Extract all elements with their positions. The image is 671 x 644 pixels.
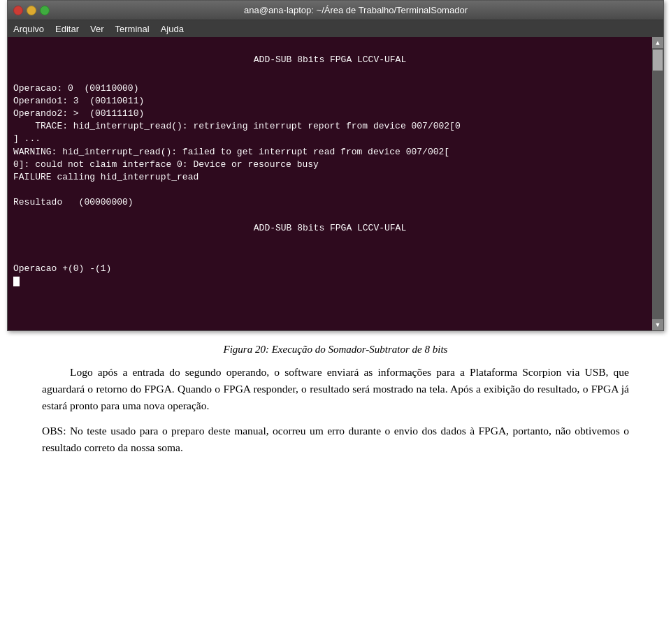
scroll-thumb[interactable]	[653, 50, 663, 71]
menu-editar[interactable]: Editar	[55, 24, 79, 34]
terminal-line-1: Operacao: 0 (00110000)	[13, 83, 138, 94]
terminal-line-8: FAILURE calling hid_interrupt_read	[13, 172, 199, 182]
titlebar-title: ana@ana-laptop: ~/Área de Trabalho/Termi…	[54, 5, 658, 15]
close-button[interactable]	[13, 6, 23, 15]
body-text: Logo após a entrada do segundo operando,…	[42, 364, 629, 456]
figure-caption: Figura 20: Execução do Somador-Subtrator…	[14, 344, 657, 356]
terminal-line-2: Operando1: 3 (00110011)	[13, 96, 144, 106]
terminal-line-6: WARNING: hid_interrupt_read(): failed to…	[13, 147, 449, 157]
terminal-outer: ADD-SUB 8bits FPGA LCCV-UFAL Operacao: 0…	[8, 37, 663, 330]
minimize-button[interactable]	[27, 6, 36, 15]
terminal-cursor	[13, 276, 20, 286]
menu-terminal[interactable]: Terminal	[115, 24, 150, 34]
terminal-header-line: ADD-SUB 8bits FPGA LCCV-UFAL	[13, 54, 647, 66]
menu-ajuda[interactable]: Ajuda	[161, 24, 184, 34]
terminal-second-header: ADD-SUB 8bits FPGA LCCV-UFAL	[13, 222, 647, 235]
titlebar: ana@ana-laptop: ~/Área de Trabalho/Termi…	[8, 1, 663, 20]
titlebar-buttons	[13, 6, 50, 15]
scroll-up-button[interactable]: ▲	[652, 37, 663, 48]
scrollbar[interactable]: ▲ ▼	[652, 37, 663, 330]
terminal-body[interactable]: ADD-SUB 8bits FPGA LCCV-UFAL Operacao: 0…	[8, 37, 652, 330]
paragraph-2: OBS: No teste usado para o preparo deste…	[42, 423, 629, 456]
menu-ver[interactable]: Ver	[90, 24, 104, 34]
terminal-line-4: TRACE: hid_interrupt_read(): retrieving …	[13, 121, 461, 131]
menubar: Arquivo Editar Ver Terminal Ajuda	[8, 20, 663, 37]
terminal-line-5: ] ...	[13, 133, 41, 144]
terminal-line-3: Operando2: > (00111110)	[13, 108, 144, 119]
menu-arquivo[interactable]: Arquivo	[13, 24, 44, 34]
paragraph-1: Logo após a entrada do segundo operando,…	[42, 364, 629, 414]
scroll-down-button[interactable]: ▼	[652, 319, 663, 330]
maximize-button[interactable]	[40, 6, 50, 15]
terminal-operacao-line: Operacao +(0) -(1)	[13, 263, 111, 274]
terminal-line-7: 0]: could not claim interface 0: Device …	[13, 159, 319, 170]
terminal-window: ana@ana-laptop: ~/Área de Trabalho/Termi…	[7, 0, 664, 331]
terminal-resultado: Resultado (00000000)	[13, 197, 134, 207]
